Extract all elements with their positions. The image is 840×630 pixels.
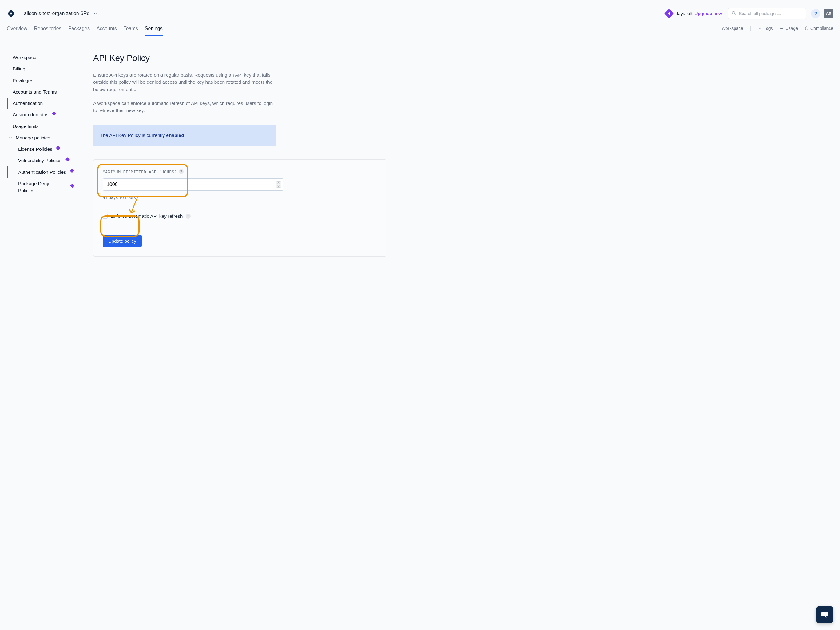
sidebar-item-license-policies[interactable]: License Policies bbox=[7, 143, 79, 155]
usage-icon bbox=[780, 27, 784, 30]
tab-teams[interactable]: Teams bbox=[123, 21, 138, 36]
checkbox-label: Enforce automatic API key refresh bbox=[111, 212, 183, 220]
sidebar-item-label: Manage policies bbox=[16, 134, 50, 141]
search-icon bbox=[732, 10, 736, 17]
sidebar-item-label: Custom domains bbox=[13, 111, 48, 118]
banner-status: enabled bbox=[166, 133, 184, 138]
page-desc-1: Ensure API keys are rotated on a regular… bbox=[93, 71, 278, 93]
sidebar-item-label: Vulnerability Policies bbox=[18, 157, 62, 164]
sidebar-item-label: License Policies bbox=[18, 146, 52, 153]
content: API Key Policy Ensure API keys are rotat… bbox=[82, 52, 387, 256]
sidebar-item-custom-domains[interactable]: Custom domains bbox=[7, 109, 79, 120]
logo-icon bbox=[7, 9, 15, 18]
update-policy-button[interactable]: Update policy bbox=[103, 235, 142, 247]
divider: | bbox=[750, 25, 751, 32]
tab-settings[interactable]: Settings bbox=[145, 21, 163, 36]
form-label-text: MAXIMUM PERMITTED AGE (HOURS) bbox=[103, 169, 177, 175]
sidebar-item-label: Authentication bbox=[13, 100, 43, 107]
form-label: MAXIMUM PERMITTED AGE (HOURS) ? bbox=[103, 169, 377, 175]
trial-badge: 4 bbox=[664, 9, 674, 18]
nav-bar: Overview Repositories Packages Accounts … bbox=[0, 21, 840, 36]
org-name: alison-s-test-organization-6Rd bbox=[24, 10, 90, 17]
premium-badge-icon bbox=[52, 111, 56, 116]
page-desc-2: A workspace can enforce automatic refres… bbox=[93, 100, 278, 114]
form-card: MAXIMUM PERMITTED AGE (HOURS) ? 41 days … bbox=[93, 159, 387, 257]
sidebar-item-label: Privileges bbox=[13, 77, 33, 84]
tab-repositories[interactable]: Repositories bbox=[34, 21, 62, 36]
main: Workspace Billing Privileges Accounts an… bbox=[0, 36, 840, 272]
sidebar-item-package-deny-policies[interactable]: Package Deny Policies bbox=[7, 178, 79, 196]
sidebar-item-label: Usage limits bbox=[13, 123, 38, 130]
sidebar: Workspace Billing Privileges Accounts an… bbox=[7, 52, 82, 256]
sidebar-item-authentication[interactable]: Authentication bbox=[7, 98, 79, 109]
sidebar-item-label: Package Deny Policies bbox=[18, 180, 66, 195]
page-title: API Key Policy bbox=[93, 52, 387, 65]
help-icon[interactable]: ? bbox=[178, 169, 183, 174]
header: alison-s-test-organization-6Rd 4 days le… bbox=[0, 0, 840, 21]
premium-badge-icon bbox=[70, 169, 74, 173]
banner-prefix: The API Key Policy is currently bbox=[100, 133, 166, 138]
max-age-input[interactable] bbox=[103, 179, 284, 191]
sidebar-item-authentication-policies[interactable]: Authentication Policies bbox=[7, 166, 79, 178]
sidebar-item-vulnerability-policies[interactable]: Vulnerability Policies bbox=[7, 155, 79, 166]
upgrade-link[interactable]: Upgrade now bbox=[695, 10, 722, 17]
sidebar-item-workspace[interactable]: Workspace bbox=[7, 52, 79, 63]
sidebar-item-billing[interactable]: Billing bbox=[7, 63, 79, 74]
svg-line-3 bbox=[734, 14, 736, 15]
help-icon[interactable]: ? bbox=[186, 214, 191, 219]
sidebar-item-accounts-teams[interactable]: Accounts and Teams bbox=[7, 86, 79, 98]
enforce-checkbox[interactable] bbox=[103, 214, 107, 219]
premium-badge-icon bbox=[70, 184, 74, 188]
chevron-down-icon bbox=[9, 136, 12, 138]
sidebar-item-manage-policies[interactable]: Manage policies bbox=[7, 132, 79, 143]
nav-compliance-label: Compliance bbox=[810, 25, 833, 32]
svg-point-1 bbox=[10, 13, 12, 15]
search-wrap bbox=[728, 8, 806, 19]
avatar[interactable]: AS bbox=[824, 9, 833, 18]
tab-overview[interactable]: Overview bbox=[7, 21, 27, 36]
premium-badge-icon bbox=[56, 146, 60, 150]
tab-packages[interactable]: Packages bbox=[68, 21, 90, 36]
nav-usage[interactable]: Usage bbox=[780, 25, 798, 32]
checkbox-row: Enforce automatic API key refresh ? bbox=[103, 212, 377, 220]
sidebar-item-label: Accounts and Teams bbox=[13, 88, 57, 95]
logs-icon bbox=[758, 27, 762, 30]
sidebar-item-label: Authentication Policies bbox=[18, 169, 66, 176]
info-banner: The API Key Policy is currently enabled bbox=[93, 125, 276, 146]
tab-accounts[interactable]: Accounts bbox=[96, 21, 117, 36]
compliance-icon bbox=[805, 27, 808, 30]
chevron-down-icon bbox=[94, 13, 97, 14]
trial-label: days left bbox=[676, 10, 693, 17]
search-input[interactable] bbox=[728, 8, 806, 19]
nav-compliance[interactable]: Compliance bbox=[805, 25, 833, 32]
nav-workspace-label: Workspace bbox=[722, 25, 743, 32]
helper-text: 41 days 16 hours bbox=[103, 195, 377, 201]
sidebar-item-privileges[interactable]: Privileges bbox=[7, 75, 79, 86]
nav-logs[interactable]: Logs bbox=[758, 25, 773, 32]
org-selector[interactable]: alison-s-test-organization-6Rd bbox=[24, 10, 97, 17]
help-button[interactable]: ? bbox=[811, 9, 820, 18]
nav-usage-label: Usage bbox=[786, 25, 798, 32]
sidebar-item-label: Billing bbox=[13, 65, 25, 72]
premium-badge-icon bbox=[65, 157, 70, 161]
nav-logs-label: Logs bbox=[763, 25, 773, 32]
sidebar-item-label: Workspace bbox=[13, 54, 36, 61]
sidebar-item-usage-limits[interactable]: Usage limits bbox=[7, 120, 79, 132]
trial-days: 4 bbox=[668, 11, 670, 17]
number-spinner[interactable] bbox=[276, 182, 281, 188]
